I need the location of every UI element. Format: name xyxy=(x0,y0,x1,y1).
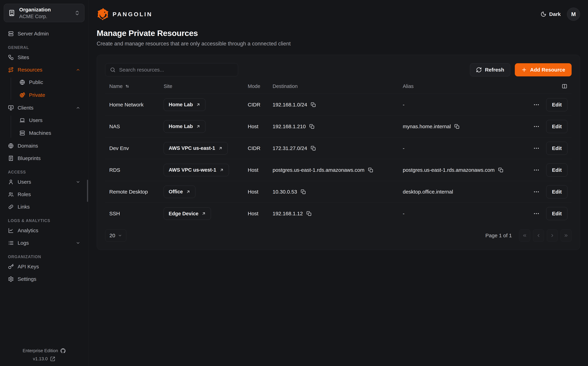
edit-button[interactable]: Edit xyxy=(546,163,567,177)
arrow-up-right-icon xyxy=(220,168,224,172)
sidebar-item-settings[interactable]: Settings xyxy=(4,274,84,284)
app-window: Organization ACME Corp. Server AdminGENE… xyxy=(0,0,588,366)
search-input[interactable] xyxy=(119,67,233,73)
sidebar-item-resources[interactable]: Resources xyxy=(4,65,84,75)
route-icon xyxy=(8,67,14,73)
sidebar-item-logs[interactable]: Logs xyxy=(4,238,84,248)
edition-link[interactable]: Enterprise Edition xyxy=(0,348,88,353)
edit-button[interactable]: Edit xyxy=(546,98,567,111)
sidebar-item-clients[interactable]: Clients xyxy=(4,103,84,113)
sidebar-item-sites[interactable]: Sites xyxy=(4,53,84,62)
resource-name: Dev Env xyxy=(109,145,129,151)
row-menu-button[interactable] xyxy=(533,101,540,108)
external-link-icon xyxy=(50,356,55,361)
row-menu-button[interactable] xyxy=(533,123,540,130)
arrow-up-right-icon xyxy=(196,124,200,129)
sidebar-item-links[interactable]: Links xyxy=(4,202,84,212)
arrow-up-right-icon xyxy=(196,102,200,107)
monitor-up-icon xyxy=(8,105,14,111)
first-page-button[interactable] xyxy=(519,229,530,242)
site-link-button[interactable]: Home Lab xyxy=(164,120,206,133)
row-menu-button[interactable] xyxy=(533,189,540,195)
nav-section-label: LOGS & ANALYTICS xyxy=(4,218,84,223)
edit-button[interactable]: Edit xyxy=(546,120,567,133)
resource-name: NAS xyxy=(109,123,120,130)
resource-mode: Host xyxy=(248,211,258,216)
sidebar-item-label: Machines xyxy=(29,130,51,136)
sidebar-item-analytics[interactable]: Analytics xyxy=(4,226,84,235)
sidebar-item-roles[interactable]: Roles xyxy=(4,190,84,199)
copy-destination-button[interactable] xyxy=(368,167,373,173)
copy-destination-button[interactable] xyxy=(301,189,306,195)
avatar-button[interactable]: M xyxy=(567,8,580,21)
refresh-button[interactable]: Refresh xyxy=(470,63,510,76)
site-link-button[interactable]: AWS VPC us-east-1 xyxy=(164,142,228,154)
copy-icon xyxy=(306,211,312,216)
sidebar-item-label: Logs xyxy=(18,240,29,246)
column-alias: Alias xyxy=(403,84,414,89)
sidebar-item-label: Domains xyxy=(18,143,38,149)
sort-button[interactable] xyxy=(125,84,130,89)
version-link[interactable]: v1.13.0 xyxy=(0,356,88,361)
sidebar-item-domains[interactable]: Domains xyxy=(4,141,84,151)
site-link-button[interactable]: AWS VPC us-west-1 xyxy=(164,164,229,176)
resource-name: RDS xyxy=(109,167,120,173)
sidebar-item-label: Analytics xyxy=(18,228,38,233)
arrow-up-right-icon xyxy=(186,190,191,194)
columns-toggle-button[interactable] xyxy=(562,83,567,89)
copy-destination-button[interactable] xyxy=(309,124,315,129)
brand-logo: PANGOLIN xyxy=(97,8,152,20)
sidebar-item-label: Public xyxy=(29,79,43,85)
resource-alias: desktop.office.internal xyxy=(403,189,453,195)
page-size-select[interactable]: 20 xyxy=(105,229,126,242)
site-name: AWS VPC us-west-1 xyxy=(169,167,216,173)
sidebar-item-api-keys[interactable]: API Keys xyxy=(4,262,84,271)
site-name: Home Lab xyxy=(169,102,193,107)
copy-alias-button[interactable] xyxy=(454,124,460,129)
sidebar-item-users[interactable]: Users xyxy=(4,177,84,187)
row-menu-button[interactable] xyxy=(533,145,540,152)
last-page-button[interactable] xyxy=(560,229,572,242)
copy-destination-button[interactable] xyxy=(311,145,316,151)
chart-icon xyxy=(8,228,14,233)
copy-alias-button[interactable] xyxy=(498,167,504,173)
sidebar-item-users[interactable]: Users xyxy=(15,116,84,125)
sidebar-item-label: API Keys xyxy=(18,264,39,270)
copy-destination-button[interactable] xyxy=(311,102,316,107)
users-icon xyxy=(8,191,14,197)
org-selector[interactable]: Organization ACME Corp. xyxy=(4,4,84,22)
row-menu-button[interactable] xyxy=(533,210,540,217)
ellipsis-icon xyxy=(533,189,540,195)
column-destination: Destination xyxy=(272,84,298,89)
row-menu-button[interactable] xyxy=(533,167,540,173)
resource-mode: CIDR xyxy=(248,145,260,151)
sidebar-item-machines[interactable]: Machines xyxy=(15,128,84,138)
chevron-right-icon xyxy=(550,233,555,238)
nav-section-label: ORGANIZATION xyxy=(4,255,84,259)
sidebar-item-blueprints[interactable]: Blueprints xyxy=(4,154,84,163)
next-page-button[interactable] xyxy=(547,229,558,242)
resource-mode: Host xyxy=(248,167,258,173)
edit-button[interactable]: Edit xyxy=(546,142,567,155)
sidebar-item-label: Users xyxy=(18,179,31,185)
resource-alias: mynas.home.internal xyxy=(403,123,451,130)
sidebar-item-server-admin[interactable]: Server Admin xyxy=(4,29,84,38)
sidebar-item-public[interactable]: Public xyxy=(15,78,84,87)
sidebar-scrollbar[interactable] xyxy=(87,180,88,202)
resource-alias: - xyxy=(403,211,404,216)
column-site: Site xyxy=(164,84,172,89)
add-resource-button[interactable]: Add Resource xyxy=(515,63,572,76)
prev-page-button[interactable] xyxy=(533,229,544,242)
chevrons-up-down-icon xyxy=(74,10,80,16)
site-link-button[interactable]: Office xyxy=(164,186,195,198)
sidebar-item-label: Links xyxy=(18,204,30,210)
user-icon xyxy=(8,179,14,185)
theme-toggle-button[interactable]: Dark xyxy=(541,11,561,17)
site-link-button[interactable]: Edge Device xyxy=(164,207,211,220)
sidebar-item-private[interactable]: Private xyxy=(15,90,84,100)
site-link-button[interactable]: Home Lab xyxy=(164,99,206,111)
copy-destination-button[interactable] xyxy=(306,211,312,216)
edit-button[interactable]: Edit xyxy=(546,207,567,220)
laptop-icon xyxy=(19,117,25,123)
edit-button[interactable]: Edit xyxy=(546,185,567,198)
